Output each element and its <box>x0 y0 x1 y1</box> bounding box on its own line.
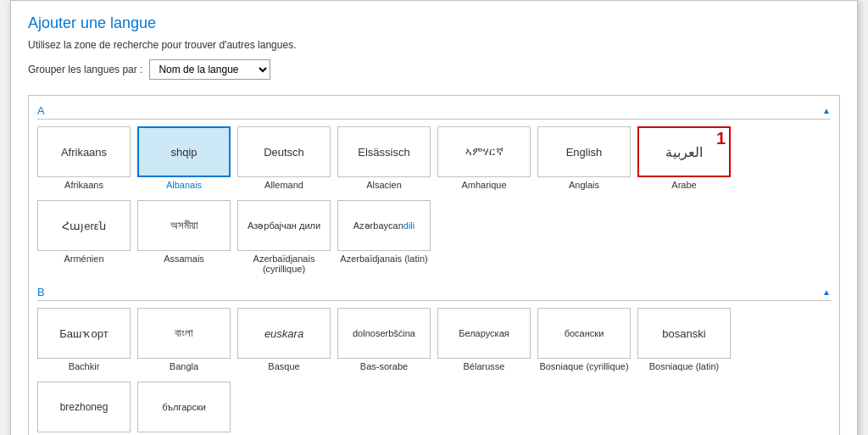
lang-label-bas-sorabe: Bas-sorabe <box>360 361 408 371</box>
section-b-header: B ▲ <box>37 284 831 301</box>
lang-label-alsacien: Alsacien <box>366 180 402 190</box>
section-a-header: A ▲ <box>37 103 831 120</box>
lang-box-armenien[interactable]: Հայerεն <box>37 200 131 251</box>
lang-box-albanais[interactable]: shqip <box>137 126 231 177</box>
list-item[interactable]: Deutsch Allemand <box>237 126 331 190</box>
list-item[interactable]: dolnoserbšćina Bas-sorabe <box>337 308 431 371</box>
group-row: Grouper les langues par : Nom de la lang… <box>28 59 840 80</box>
lang-box-basque[interactable]: euskara <box>237 308 331 359</box>
lang-box-bas-sorabe[interactable]: dolnoserbšćina <box>337 308 431 359</box>
list-item[interactable]: български <box>137 382 231 435</box>
lang-box-allemand[interactable]: Deutsch <box>237 126 331 177</box>
lang-label-allemand: Allemand <box>264 180 303 190</box>
list-item[interactable]: Afrikaans Afrikaans <box>37 126 131 190</box>
lang-label-assamais: Assamais <box>164 254 204 264</box>
lang-box-belarusse[interactable]: Беларуская <box>437 308 531 359</box>
list-item[interactable]: bosanski Bosniaque (latin) <box>637 308 731 371</box>
list-item[interactable]: অসমীয়া Assamais <box>137 200 231 274</box>
dialog-title: Ajouter une langue <box>28 14 840 32</box>
list-item[interactable]: Азәрбајчан дили Azerbaïdjanais (cyrilliq… <box>237 200 331 274</box>
lang-label-azerbaidjanais-latin: Azerbaïdjanais (latin) <box>340 254 427 264</box>
lang-box-arabe[interactable]: العربية 1 <box>637 126 731 177</box>
lang-box-amharique[interactable]: ኣምሃርኛ <box>437 126 531 177</box>
lang-label-bosniaque-cyril: Bosniaque (cyrillique) <box>539 361 628 371</box>
section-a-label: A <box>37 104 45 117</box>
list-item[interactable]: Беларуская Bélarusse <box>437 308 531 371</box>
arabe-badge: 1 <box>716 130 726 147</box>
lang-box-bangla[interactable]: বাংলা <box>137 308 231 359</box>
lang-label-armenien: Arménien <box>64 254 103 264</box>
list-item[interactable]: English Anglais <box>537 126 631 190</box>
lang-label-arabe: Arabe <box>671 180 696 190</box>
section-b-grid: Башҡорт Bachkir বাংলা Bangla euskara Bas… <box>37 308 831 371</box>
dialog-subtitle: Utilisez la zone de recherche pour trouv… <box>28 39 840 51</box>
list-item[interactable]: Башҡорт Bachkir <box>37 308 131 371</box>
section-b-label: B <box>37 286 45 298</box>
lang-label-amharique: Amharique <box>461 180 506 190</box>
arabic-native-text: العربية <box>665 144 703 160</box>
list-item[interactable]: босански Bosniaque (cyrillique) <box>537 308 631 371</box>
lang-label-belarusse: Bélarusse <box>464 361 505 371</box>
lang-box-afrikaans[interactable]: Afrikaans <box>37 126 131 177</box>
list-item[interactable]: বাংলা Bangla <box>137 308 231 371</box>
list-item[interactable]: العربية 1 Arabe <box>637 126 731 190</box>
section-a2-grid: Հայerεն Arménien অসমীয়া Assamais Азәрба… <box>37 200 831 274</box>
lang-label-azerbaidjanais-cyril: Azerbaïdjanais (cyrillique) <box>237 254 331 274</box>
lang-box-assamais[interactable]: অসমীয়া <box>137 200 231 251</box>
lang-box-azerbaidjanais-cyril[interactable]: Азәрбајчан дили <box>237 200 331 251</box>
list-item[interactable]: Հայerεն Arménien <box>37 200 131 274</box>
list-item[interactable]: shqip Albanais <box>137 126 231 190</box>
lang-label-albanais: Albanais <box>166 180 202 190</box>
group-select[interactable]: Nom de la langue Script <box>149 59 270 80</box>
list-item[interactable]: euskara Basque <box>237 308 331 371</box>
list-item[interactable]: Azərbaycan dili Azerbaïdjanais (latin) <box>337 200 431 274</box>
group-label: Grouper les langues par : <box>28 64 142 75</box>
list-item[interactable]: Elsässisch Alsacien <box>337 126 431 190</box>
lang-box-bachkir[interactable]: Башҡорт <box>37 308 131 359</box>
lang-label-afrikaans: Afrikaans <box>64 180 103 190</box>
language-grid-container[interactable]: A ▲ Afrikaans Afrikaans shqip Albanais D… <box>28 95 840 435</box>
list-item[interactable]: brezhoneg <box>37 382 131 435</box>
lang-label-anglais: Anglais <box>569 180 599 190</box>
lang-box-azerbaidjanais-latin[interactable]: Azərbaycan dili <box>337 200 431 251</box>
section-a-arrow: ▲ <box>822 106 831 115</box>
dialog-header: Ajouter une langue Utilisez la zone de r… <box>11 1 857 95</box>
lang-box-bosniaque-cyril[interactable]: босански <box>537 308 631 359</box>
lang-box-anglais[interactable]: English <box>537 126 631 177</box>
lang-box-alsacien[interactable]: Elsässisch <box>337 126 431 177</box>
lang-label-bosniaque-latin: Bosniaque (latin) <box>649 361 720 371</box>
lang-label-bachkir: Bachkir <box>69 361 100 371</box>
add-language-dialog: Ajouter une langue Utilisez la zone de r… <box>10 0 858 435</box>
section-b2-grid: brezhoneg български <box>37 382 831 435</box>
lang-label-bangla: Bangla <box>170 361 198 371</box>
section-b-arrow: ▲ <box>822 287 831 297</box>
lang-box-breton[interactable]: brezhoneg <box>37 382 131 432</box>
lang-box-bulgare[interactable]: български <box>137 382 231 432</box>
list-item[interactable]: ኣምሃርኛ Amharique <box>437 126 531 190</box>
lang-box-bosniaque-latin[interactable]: bosanski <box>637 308 731 359</box>
lang-label-basque: Basque <box>268 361 299 371</box>
section-a-grid: Afrikaans Afrikaans shqip Albanais Deuts… <box>37 126 831 190</box>
